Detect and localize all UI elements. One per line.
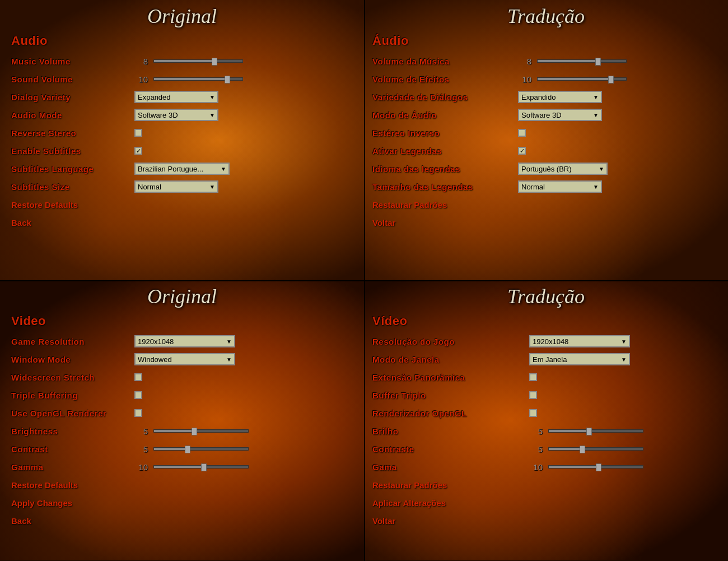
brightness-row-q4: Brilho 5 bbox=[372, 424, 646, 438]
music-volume-slider[interactable] bbox=[153, 59, 243, 63]
dropdown-arrow-q2d: ▼ bbox=[593, 184, 599, 190]
music-volume-row: Music Volume 8 bbox=[11, 54, 245, 68]
audio-mode-dropdown-q2[interactable]: Software 3D ▼ bbox=[518, 109, 602, 121]
reverse-stereo-label-q2: Estéreo Inverso bbox=[372, 128, 518, 138]
apply-changes-button-q4[interactable]: Aplicar Alterações bbox=[372, 498, 446, 508]
music-volume-slider-q2[interactable] bbox=[537, 59, 627, 63]
subtitles-size-row: Subtitles Size Normal ▼ bbox=[11, 179, 245, 194]
dialog-variety-dropdown-q2[interactable]: Expandido ▼ bbox=[518, 91, 602, 103]
title-q3: Original bbox=[147, 285, 217, 308]
widescreen-stretch-checkbox[interactable] bbox=[134, 373, 142, 381]
restore-defaults-button-q4[interactable]: Restaurar Padrões bbox=[372, 480, 447, 490]
back-button-q4[interactable]: Voltar bbox=[372, 516, 395, 526]
subtitles-size-dropdown[interactable]: Normal ▼ bbox=[134, 180, 218, 193]
back-button-q1[interactable]: Back bbox=[11, 218, 31, 228]
contrast-slider-q4[interactable] bbox=[548, 447, 643, 451]
menu-q3: Video Game Resolution 1920x1048 ▼ Window… bbox=[11, 314, 251, 531]
gamma-value: 10 bbox=[134, 462, 148, 472]
game-resolution-dropdown[interactable]: 1920x1048 ▼ bbox=[134, 335, 235, 347]
sound-volume-slider[interactable] bbox=[153, 77, 243, 81]
enable-subtitles-label: Enable Subtitles bbox=[11, 146, 134, 156]
dropdown-arrow-q4a: ▼ bbox=[621, 339, 627, 345]
brightness-slider[interactable] bbox=[153, 429, 249, 433]
contrast-value-q4: 5 bbox=[529, 444, 543, 454]
menu-q2: Áudio Volume da Música 8 Volume de Efeit… bbox=[372, 34, 629, 233]
audio-mode-selected: Software 3D bbox=[138, 111, 178, 119]
reverse-stereo-checkbox-q2[interactable] bbox=[518, 129, 526, 137]
sound-volume-slider-q2[interactable] bbox=[537, 77, 627, 81]
window-mode-row: Window Mode Windowed ▼ bbox=[11, 352, 251, 367]
gamma-slider[interactable] bbox=[153, 465, 249, 469]
dropdown-arrow3: ▼ bbox=[221, 166, 226, 172]
section-header-row-q1: Audio bbox=[11, 34, 245, 50]
section-header-row-q2: Áudio bbox=[372, 34, 629, 50]
back-button-q3[interactable]: Back bbox=[11, 516, 31, 526]
apply-changes-button[interactable]: Apply Changes bbox=[11, 498, 72, 508]
contrast-label: Contrast bbox=[11, 444, 134, 454]
quadrant-bottom-left: Original Video Game Resolution 1920x1048… bbox=[0, 280, 364, 560]
reverse-stereo-checkbox[interactable] bbox=[134, 129, 142, 137]
subtitles-language-dropdown[interactable]: Brazilian Portugue... ▼ bbox=[134, 163, 230, 175]
title-q2: Tradução bbox=[507, 4, 585, 28]
music-volume-label: Music Volume bbox=[11, 57, 134, 66]
back-row-q4: Voltar bbox=[372, 513, 646, 528]
triple-buffer-label-q4: Buffer Triplo bbox=[372, 391, 529, 400]
subtitles-size-label: Subtitles Size bbox=[11, 182, 134, 192]
widescreen-stretch-row: Widescreen Stretch bbox=[11, 370, 251, 384]
contrast-row-q4: Contraste 5 bbox=[372, 442, 646, 456]
dialog-variety-label-q2: Variedade de Diálogos bbox=[372, 92, 518, 102]
gamma-label: Gamma bbox=[11, 462, 134, 472]
window-mode-dropdown[interactable]: Windowed ▼ bbox=[134, 353, 235, 365]
restore-defaults-button-q1[interactable]: Restore Defaults bbox=[11, 200, 78, 210]
subtitles-language-row-q2: Idioma das legendas Português (BR) ▼ bbox=[372, 161, 629, 176]
enable-subtitles-row-q2: Ativar Legendas ✓ bbox=[372, 143, 629, 158]
subtitles-language-label-q2: Idioma das legendas bbox=[372, 164, 518, 174]
music-volume-label-q2: Volume da Música bbox=[372, 57, 518, 66]
back-button-q2[interactable]: Voltar bbox=[372, 218, 395, 228]
contrast-label-q4: Contraste bbox=[372, 444, 529, 454]
window-mode-selected-q4: Em Janela bbox=[533, 355, 567, 364]
subtitles-language-selected-q2: Português (BR) bbox=[521, 165, 572, 173]
reverse-stereo-label: Reverse Stereo bbox=[11, 128, 134, 138]
triple-buffering-checkbox[interactable] bbox=[134, 391, 142, 399]
restore-defaults-button-q2[interactable]: Restaurar Padrões bbox=[372, 200, 447, 210]
contrast-slider[interactable] bbox=[153, 447, 249, 451]
apply-changes-row-q4: Aplicar Alterações bbox=[372, 495, 646, 510]
triple-buffering-label: Triple Buffering bbox=[11, 391, 134, 400]
window-mode-selected: Windowed bbox=[138, 355, 172, 364]
brightness-row: Brightness 5 bbox=[11, 424, 251, 438]
game-resolution-dropdown-q4[interactable]: 1920x1048 ▼ bbox=[529, 335, 630, 347]
window-mode-dropdown-q4[interactable]: Em Janela ▼ bbox=[529, 353, 630, 365]
opengl-checkbox-q4[interactable] bbox=[529, 409, 537, 417]
subtitles-size-dropdown-q2[interactable]: Normal ▼ bbox=[518, 180, 602, 193]
audio-mode-dropdown[interactable]: Software 3D ▼ bbox=[134, 109, 218, 121]
dropdown-arrow-q2b: ▼ bbox=[593, 112, 599, 118]
gamma-slider-q4[interactable] bbox=[548, 465, 643, 469]
dropdown-arrow-q2a: ▼ bbox=[593, 94, 599, 100]
audio-mode-selected-q2: Software 3D bbox=[521, 111, 562, 119]
quadrant-top-left: Original Audio Music Volume 8 Sound Volu… bbox=[0, 0, 364, 280]
enable-subtitles-checkbox-q2[interactable]: ✓ bbox=[518, 147, 526, 155]
dialog-variety-row-q2: Variedade de Diálogos Expandido ▼ bbox=[372, 90, 629, 104]
title-q4: Tradução bbox=[507, 285, 585, 308]
dialog-variety-dropdown[interactable]: Expanded ▼ bbox=[134, 91, 218, 103]
opengl-row-q4: Renderizador OpenGL bbox=[372, 406, 646, 420]
brightness-slider-q4[interactable] bbox=[548, 429, 643, 433]
subtitles-size-selected-q2: Normal bbox=[521, 183, 545, 191]
restore-defaults-button-q3[interactable]: Restore Defaults bbox=[11, 480, 78, 490]
gamma-row-q4: Gama 10 bbox=[372, 460, 646, 474]
subtitles-language-dropdown-q2[interactable]: Português (BR) ▼ bbox=[518, 163, 608, 175]
back-row-q1: Back bbox=[11, 215, 245, 230]
restore-defaults-row-q1: Restore Defaults bbox=[11, 197, 245, 212]
music-volume-row-q2: Volume da Música 8 bbox=[372, 54, 629, 68]
widescreen-stretch-label: Widescreen Stretch bbox=[11, 373, 134, 382]
opengl-renderer-checkbox[interactable] bbox=[134, 409, 142, 417]
back-row-q2: Voltar bbox=[372, 215, 629, 230]
enable-subtitles-checkbox[interactable]: ✓ bbox=[134, 147, 142, 155]
widescreen-checkbox-q4[interactable] bbox=[529, 373, 537, 381]
subtitles-size-selected: Normal bbox=[138, 183, 161, 191]
section-label-q1: Audio bbox=[11, 34, 48, 48]
sound-volume-label: Sound Volume bbox=[11, 75, 134, 84]
triple-buffer-checkbox-q4[interactable] bbox=[529, 391, 537, 399]
dialog-variety-selected-q2: Expandido bbox=[521, 93, 556, 101]
